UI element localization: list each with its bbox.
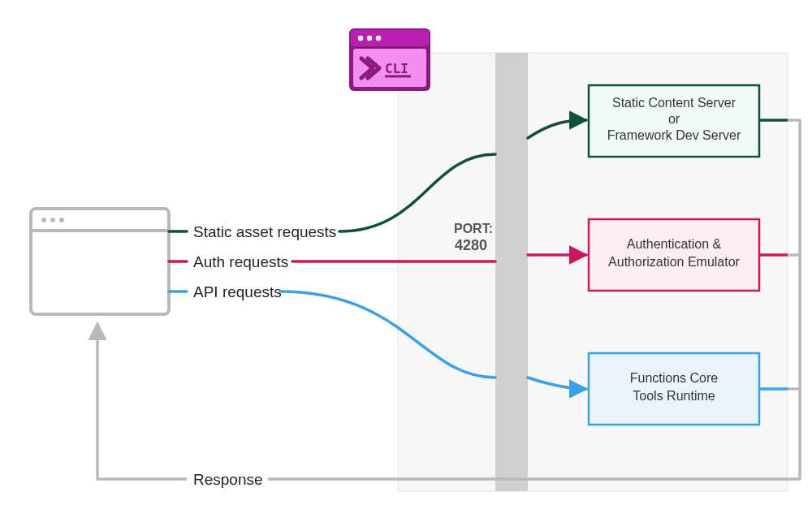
api-request-label: API requests [193,283,282,300]
static-request-label: Static asset requests [193,223,336,240]
svg-text:Static Content Server: Static Content Server [612,96,736,110]
svg-point-2 [358,36,363,41]
svg-point-4 [376,36,381,41]
svg-rect-7 [31,209,169,314]
svg-text:Framework  Dev  Server: Framework Dev Server [607,128,741,142]
auth-request-label: Auth requests [193,253,288,270]
cli-label: CLI [385,61,408,76]
response-arrow [97,323,187,479]
svg-text:or: or [668,112,680,126]
response-label: Response [193,471,263,488]
browser-icon [31,209,169,314]
static-content-service-box: Static Content Server or Framework Dev S… [589,85,759,157]
svg-point-11 [59,218,64,222]
svg-point-9 [41,218,46,222]
cli-icon: CLI [349,28,430,91]
auth-emulator-service-box: Authentication & Authorization Emulator [589,219,759,291]
functions-runtime-service-box: Functions Core Tools Runtime [589,353,759,425]
svg-text:Functions Core: Functions Core [630,371,719,385]
svg-text:Authorization Emulator: Authorization Emulator [608,255,741,269]
port-strip [495,53,528,491]
svg-text:Tools Runtime: Tools Runtime [633,389,715,403]
svg-point-3 [367,36,372,41]
svg-point-10 [50,218,55,222]
port-number: 4280 [455,237,487,253]
svg-text:Authentication &: Authentication & [627,237,722,251]
port-label: PORT: [454,222,493,235]
